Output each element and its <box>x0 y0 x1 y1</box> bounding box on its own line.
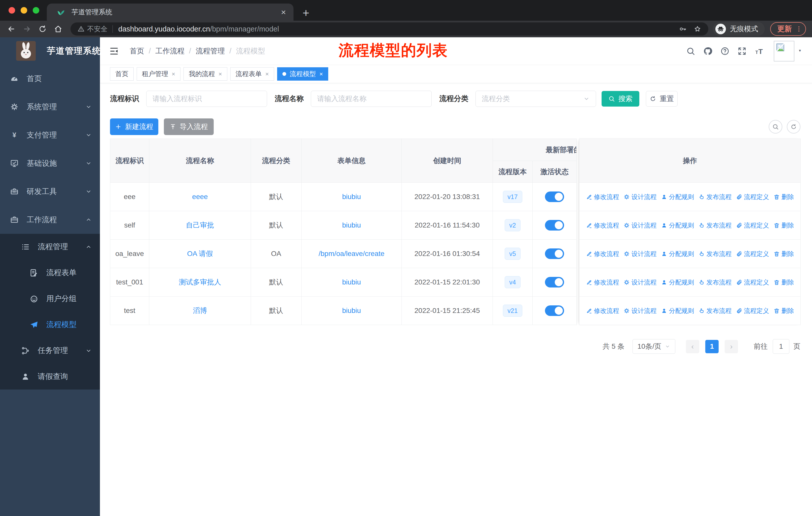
op-definition-link[interactable]: 流程定义 <box>736 307 769 315</box>
sidebar-item-workflow[interactable]: 工作流程 <box>0 206 100 234</box>
forward-icon[interactable] <box>23 25 31 33</box>
window-close-button[interactable] <box>8 7 15 13</box>
op-design-link[interactable]: 设计流程 <box>624 307 657 315</box>
op-design-link[interactable]: 设计流程 <box>624 221 657 229</box>
close-icon[interactable]: × <box>265 71 269 78</box>
browser-menu-icon[interactable] <box>795 25 803 32</box>
active-toggle[interactable] <box>545 191 564 202</box>
create-process-button[interactable]: 新建流程 <box>110 118 158 135</box>
process-name-link[interactable]: eeee <box>192 193 208 201</box>
op-design-link[interactable]: 设计流程 <box>624 250 657 258</box>
chevron-down-icon[interactable]: ▾ <box>799 48 805 54</box>
form-info-link[interactable]: biubiu <box>342 193 361 201</box>
browser-update-button[interactable]: 更新 <box>770 22 806 36</box>
op-delete-link[interactable]: 删除 <box>774 250 794 258</box>
window-minimize-button[interactable] <box>21 7 27 13</box>
page-1-button[interactable]: 1 <box>705 340 719 353</box>
op-modify-link[interactable]: 修改流程 <box>586 250 619 258</box>
sidebar-item-devtools[interactable]: 研发工具 <box>0 178 100 206</box>
op-modify-link[interactable]: 修改流程 <box>586 278 619 287</box>
active-toggle[interactable] <box>545 220 564 230</box>
bookmark-star-icon[interactable] <box>694 25 701 33</box>
op-delete-link[interactable]: 删除 <box>774 307 794 315</box>
sidebar-item-infra[interactable]: 基础设施 <box>0 149 100 178</box>
op-definition-link[interactable]: 流程定义 <box>736 278 769 287</box>
process-category-select[interactable]: 流程分类 <box>475 91 596 107</box>
sidebar-item-process-model[interactable]: 流程模型 <box>0 312 100 337</box>
browser-tab[interactable]: 芋道管理系统 × <box>47 3 293 21</box>
goto-page-input[interactable] <box>773 339 789 354</box>
op-deploy-link[interactable]: 发布流程 <box>698 221 732 229</box>
sidebar-item-home[interactable]: 首页 <box>0 64 100 93</box>
sidebar-collapse-icon[interactable] <box>109 46 119 56</box>
op-assign-link[interactable]: 分配规则 <box>661 307 694 315</box>
breadcrumb-process-manage[interactable]: 流程管理 <box>196 46 225 56</box>
tag-process-model[interactable]: 流程模型× <box>277 67 328 81</box>
close-icon[interactable]: × <box>319 71 323 78</box>
import-process-button[interactable]: 导入流程 <box>164 118 214 135</box>
sidebar-logo[interactable]: 芋道管理系统 <box>0 37 100 64</box>
op-modify-link[interactable]: 修改流程 <box>586 307 619 315</box>
tag-tenant[interactable]: 租户管理× <box>137 67 180 81</box>
password-key-icon[interactable] <box>679 25 687 33</box>
github-icon[interactable] <box>703 47 712 56</box>
toggle-search-button[interactable] <box>769 120 782 134</box>
sidebar-item-system[interactable]: 系统管理 <box>0 93 100 121</box>
process-name-link[interactable]: 滔博 <box>193 306 207 316</box>
prev-page-button[interactable]: ‹ <box>686 340 699 353</box>
op-definition-link[interactable]: 流程定义 <box>736 250 769 258</box>
op-design-link[interactable]: 设计流程 <box>624 193 657 201</box>
tag-my-process[interactable]: 我的流程× <box>183 67 227 81</box>
address-bar[interactable]: 不安全 dashboard.yudao.iocoder.cn /bpm/mana… <box>70 22 708 35</box>
page-size-select[interactable]: 10条/页 <box>633 339 675 354</box>
op-design-link[interactable]: 设计流程 <box>624 278 657 287</box>
op-assign-link[interactable]: 分配规则 <box>661 221 694 229</box>
breadcrumb-workflow[interactable]: 工作流程 <box>155 46 184 56</box>
home-icon[interactable] <box>54 25 62 33</box>
tab-close-icon[interactable]: × <box>281 8 286 17</box>
avatar[interactable] <box>774 41 794 61</box>
refresh-table-button[interactable] <box>787 120 801 134</box>
sidebar-item-task-manage[interactable]: 任务管理 <box>0 337 100 363</box>
close-icon[interactable]: × <box>219 71 222 78</box>
active-toggle[interactable] <box>545 305 564 316</box>
tag-home[interactable]: 首页 <box>110 67 134 81</box>
reload-icon[interactable] <box>38 25 47 33</box>
process-name-link[interactable]: OA 请假 <box>187 249 213 259</box>
process-id-input[interactable] <box>146 91 267 107</box>
search-icon[interactable] <box>686 47 695 56</box>
next-page-button[interactable]: › <box>725 340 738 353</box>
op-modify-link[interactable]: 修改流程 <box>586 221 619 229</box>
back-icon[interactable] <box>7 25 16 33</box>
breadcrumb-home[interactable]: 首页 <box>129 46 144 56</box>
op-deploy-link[interactable]: 发布流程 <box>698 250 732 258</box>
process-name-input[interactable] <box>311 91 432 107</box>
sidebar-item-pay[interactable]: ¥支付管理 <box>0 121 100 149</box>
op-definition-link[interactable]: 流程定义 <box>736 221 769 229</box>
form-info-link[interactable]: biubiu <box>342 307 361 315</box>
sidebar-item-user-group[interactable]: 用户分组 <box>0 286 100 312</box>
help-icon[interactable] <box>720 47 729 56</box>
new-tab-button[interactable]: + <box>302 7 309 19</box>
op-deploy-link[interactable]: 发布流程 <box>698 307 732 315</box>
reset-button[interactable]: 重置 <box>646 91 677 107</box>
window-zoom-button[interactable] <box>33 7 39 13</box>
form-info-link[interactable]: biubiu <box>342 278 361 286</box>
op-definition-link[interactable]: 流程定义 <box>736 193 769 201</box>
form-info-link[interactable]: biubiu <box>342 221 361 229</box>
process-name-link[interactable]: 测试多审批人 <box>179 277 221 287</box>
op-delete-link[interactable]: 删除 <box>774 221 794 229</box>
process-name-link[interactable]: 自己审批 <box>186 220 214 230</box>
op-assign-link[interactable]: 分配规则 <box>661 193 694 201</box>
active-toggle[interactable] <box>545 277 564 288</box>
op-delete-link[interactable]: 删除 <box>774 193 794 201</box>
sidebar-item-process-form[interactable]: 流程表单 <box>0 260 100 286</box>
sidebar-item-leave-query[interactable]: 请假查询 <box>0 363 100 389</box>
text-size-icon[interactable]: TT <box>755 47 764 56</box>
op-deploy-link[interactable]: 发布流程 <box>698 193 732 201</box>
form-info-link[interactable]: /bpm/oa/leave/create <box>319 250 385 258</box>
sidebar-item-process-manage[interactable]: 流程管理 <box>0 234 100 260</box>
close-icon[interactable]: × <box>172 71 175 78</box>
op-modify-link[interactable]: 修改流程 <box>586 193 619 201</box>
fullscreen-icon[interactable] <box>737 47 747 56</box>
